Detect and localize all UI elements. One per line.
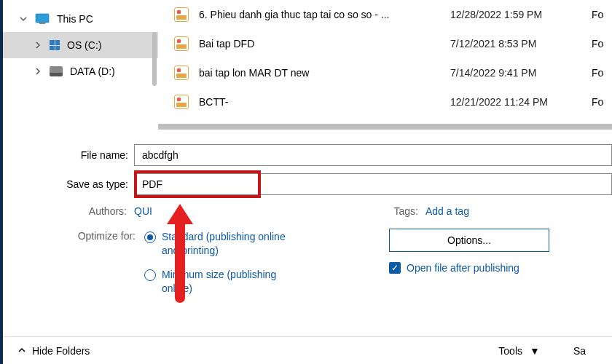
file-date: 7/12/2021 8:53 PM [450,38,581,50]
file-type: Fo [592,67,606,79]
file-list: 6. Phieu danh gia thuc tap tai co so so … [158,0,612,130]
authors-value[interactable]: QUI [134,205,152,217]
file-row[interactable]: Bai tap DFD 7/12/2021 8:53 PM Fo [158,29,612,58]
svg-rect-0 [36,14,49,23]
chevron-up-icon [17,345,26,357]
sidebar-item-drive-c[interactable]: OS (C:) [3,32,158,58]
horizontal-scrollbar[interactable] [158,124,612,130]
bottom-bar: Hide Folders Tools ▼ Sa [3,336,612,364]
sidebar-label: This PC [57,13,93,25]
radio-icon [144,232,156,243]
chevron-down-icon: ▼ [530,345,540,357]
save-as-type-label: Save as type: [3,178,134,190]
drive-label: OS (C:) [67,39,101,51]
pdf-file-icon [174,95,189,109]
file-type: Fo [592,9,606,20]
chevron-down-icon [19,15,28,23]
sidebar-item-drive-d[interactable]: DATA (D:) [3,58,158,84]
checkbox-icon: ✓ [389,262,401,274]
save-as-type-dropdown[interactable]: PDF [134,173,612,195]
drive-label: DATA (D:) [70,66,115,77]
radio-standard[interactable]: Standard (publishing online and printing… [144,230,286,258]
svg-rect-1 [39,23,45,24]
tools-dropdown[interactable]: Tools ▼ [498,345,540,357]
sidebar-scrollbar[interactable] [152,32,157,86]
radio-icon [144,269,156,281]
file-type: Fo [592,38,606,50]
file-name: 6. Phieu danh gia thuc tap tai co so so … [199,9,440,20]
open-after-checkbox-row[interactable]: ✓ Open file after publishing [389,262,612,274]
pdf-file-icon [174,66,189,80]
save-form: File name: Save as type: PDF Authors: QU… [3,130,612,306]
save-button[interactable]: Sa [562,341,597,361]
monitor-icon [35,13,50,25]
file-date: 12/28/2022 1:59 PM [450,9,581,20]
file-type: Fo [592,96,606,108]
tags-value[interactable]: Add a tag [425,205,469,217]
file-row[interactable]: BCTT- 12/21/2022 11:24 PM Fo [158,87,612,116]
pdf-file-icon [174,36,189,51]
file-name: Bai tap DFD [199,38,440,50]
optimize-label: Optimize for: [74,230,141,242]
file-row[interactable]: bai tap lon MAR DT new 7/14/2022 9:41 PM… [158,58,612,87]
file-date: 12/21/2022 11:24 PM [450,96,581,108]
chevron-right-icon [34,41,42,50]
hide-folders-label: Hide Folders [32,345,90,357]
radio-label: Standard (publishing online and printing… [162,230,286,258]
file-row[interactable]: 6. Phieu danh gia thuc tap tai co so so … [158,0,612,29]
file-name-input[interactable] [134,144,612,166]
file-name: bai tap lon MAR DT new [199,67,440,79]
navigation-sidebar: This PC OS (C:) DATA (D:) [3,0,158,130]
tools-label: Tools [498,345,522,357]
sidebar-item-this-pc[interactable]: This PC [3,6,158,32]
authors-label: Authors: [74,205,127,217]
radio-minimum[interactable]: Minimum size (publishing online) [144,268,286,296]
windows-icon [50,40,60,50]
file-name-label: File name: [3,149,134,161]
options-button[interactable]: Options... [389,229,549,252]
radio-label: Minimum size (publishing online) [162,268,286,296]
tags-label: Tags: [389,205,418,217]
drive-icon [50,66,63,76]
file-name: BCTT- [199,96,440,108]
file-date: 7/14/2022 9:41 PM [450,67,581,79]
chevron-right-icon [34,67,42,76]
pdf-file-icon [174,7,189,22]
open-after-label: Open file after publishing [407,262,519,274]
hide-folders-button[interactable]: Hide Folders [17,345,90,357]
